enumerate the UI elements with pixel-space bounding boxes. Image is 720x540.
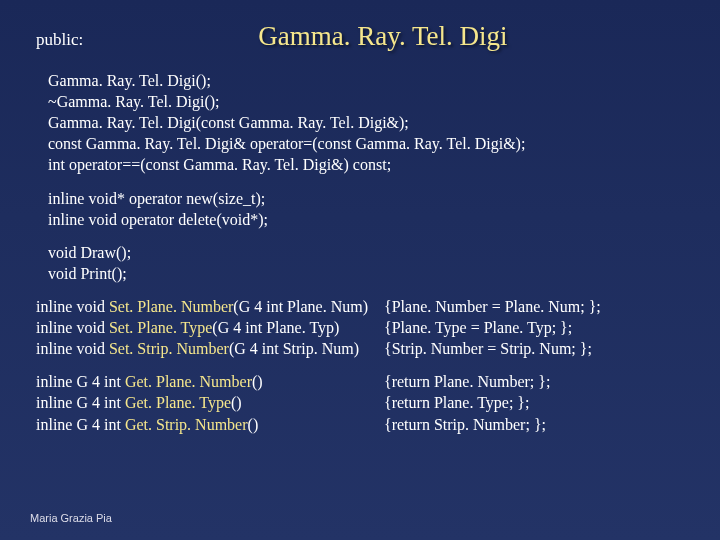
code-line: inline void Set. Strip. Number(G 4 int S…: [36, 338, 692, 359]
code-line: Gamma. Ray. Tel. Digi();: [48, 70, 692, 91]
new-delete-block: inline void* operator new(size_t); inlin…: [48, 188, 692, 230]
header-row: public: Gamma. Ray. Tel. Digi: [36, 14, 692, 52]
code-line: int operator==(const Gamma. Ray. Tel. Di…: [48, 154, 692, 175]
code-text: (): [231, 394, 242, 411]
code-text: inline void* operator: [48, 190, 186, 207]
code-text: {Strip. Number = Strip. Num; };: [384, 338, 692, 359]
code-text: {Plane. Type = Plane. Typ; };: [384, 317, 692, 338]
code-text: inline G 4 int: [36, 394, 125, 411]
code-text: {return Strip. Number; };: [384, 414, 692, 435]
code-text: inline void: [36, 319, 109, 336]
code-line: inline G 4 int Get. Plane. Number() {ret…: [36, 371, 692, 392]
code-text: (): [252, 373, 263, 390]
code-text: void: [48, 265, 80, 282]
code-text: ();: [116, 244, 131, 261]
footer-author: Maria Grazia Pia: [30, 512, 112, 524]
code-text: new: [186, 190, 213, 207]
draw-print-block: void Draw(); void Print();: [48, 242, 692, 284]
code-line: const Gamma. Ray. Tel. Digi& operator=(c…: [48, 133, 692, 154]
code-line: inline G 4 int Get. Strip. Number() {ret…: [36, 414, 692, 435]
function-name: Set. Strip. Number: [109, 340, 229, 357]
setters-block: inline void Set. Plane. Number(G 4 int P…: [36, 296, 692, 359]
constructors-block: Gamma. Ray. Tel. Digi(); ~Gamma. Ray. Te…: [48, 70, 692, 176]
code-line: inline void Set. Plane. Type(G 4 int Pla…: [36, 317, 692, 338]
code-line: ~Gamma. Ray. Tel. Digi();: [48, 91, 692, 112]
code-text: inline void operator: [48, 211, 178, 228]
code-text: (G 4 int Plane. Typ): [212, 319, 339, 336]
slide-container: public: Gamma. Ray. Tel. Digi Gamma. Ray…: [0, 0, 720, 540]
code-text: inline G 4 int: [36, 416, 125, 433]
slide-title: Gamma. Ray. Tel. Digi: [258, 21, 507, 52]
code-line: inline void* operator new(size_t);: [48, 188, 692, 209]
code-text: inline G 4 int: [36, 373, 125, 390]
code-text: ();: [112, 265, 127, 282]
code-text: delete: [178, 211, 216, 228]
code-text: (): [248, 416, 259, 433]
function-name: Get. Plane. Number: [125, 373, 252, 390]
getters-block: inline G 4 int Get. Plane. Number() {ret…: [36, 371, 692, 434]
code-text: {Plane. Number = Plane. Num; };: [384, 296, 692, 317]
code-text: {return Plane. Number; };: [384, 371, 692, 392]
code-line: void Print();: [48, 263, 692, 284]
code-text: (G 4 int Plane. Num): [233, 298, 368, 315]
code-text: void: [48, 244, 80, 261]
code-line: inline void Set. Plane. Number(G 4 int P…: [36, 296, 692, 317]
function-name: Set. Plane. Type: [109, 319, 212, 336]
code-line: inline void operator delete(void*);: [48, 209, 692, 230]
code-line: void Draw();: [48, 242, 692, 263]
code-line: inline G 4 int Get. Plane. Type() {retur…: [36, 392, 692, 413]
function-name: Get. Plane. Type: [125, 394, 231, 411]
code-text: Draw: [80, 244, 116, 261]
code-line: Gamma. Ray. Tel. Digi(const Gamma. Ray. …: [48, 112, 692, 133]
code-text: {return Plane. Type; };: [384, 392, 692, 413]
public-label: public:: [36, 30, 83, 50]
code-text: (G 4 int Strip. Num): [229, 340, 359, 357]
code-text: inline void: [36, 298, 109, 315]
code-text: (size_t);: [213, 190, 265, 207]
function-name: Set. Plane. Number: [109, 298, 233, 315]
code-text: inline void: [36, 340, 109, 357]
code-text: Print: [80, 265, 111, 282]
function-name: Get. Strip. Number: [125, 416, 248, 433]
code-text: (void*);: [216, 211, 268, 228]
